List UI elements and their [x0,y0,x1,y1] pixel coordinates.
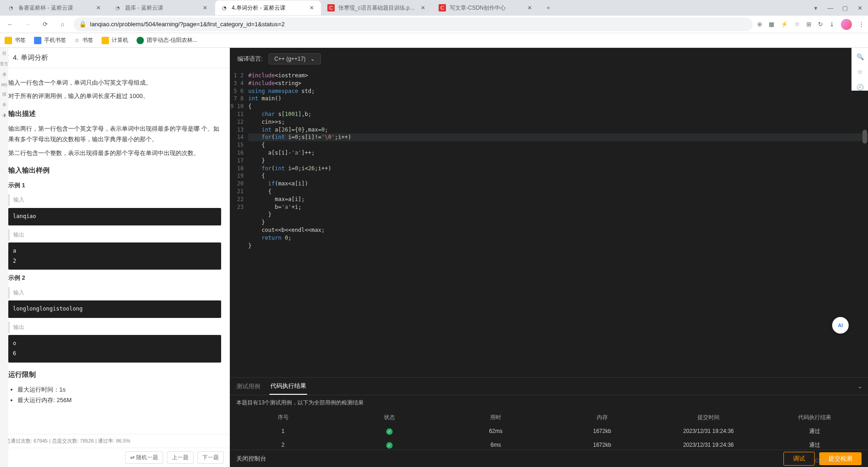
tab-test-cases[interactable]: 测试用例 [235,379,261,394]
output-label: 输出 [8,322,221,334]
random-problem-button[interactable]: ⇌ 随机一题 [125,451,163,464]
sample-output-2: o 6 [8,335,221,362]
problem-header: ⟨ 4. 单词分析 [0,48,229,68]
ai-assist-button[interactable]: AI [832,317,849,334]
sample-input-2: longlonglongistoolong [8,300,221,318]
browser-side-panel: 🔍 ☆ 🕘 [851,48,868,91]
back-button[interactable]: ← [4,18,17,31]
url-input[interactable]: 🔒 lanqiao.cn/problems/504/learning/?page… [74,17,753,31]
prev-problem-button[interactable]: 上一题 [167,451,194,464]
tab-1[interactable]: ◔题库 - 蓝桥云课✕ [108,0,214,15]
watermark: CSDN @张... [815,457,845,464]
close-console-button[interactable]: 关闭控制台 [236,455,266,463]
col-result: 代码执行结果 [762,414,868,421]
bolt-icon[interactable]: ⚡ [781,21,788,28]
lock-icon: 🔒 [79,21,86,28]
lang-label: 编译语言: [237,55,263,63]
check-icon: ✓ [386,442,393,449]
bookmark-item[interactable]: 团学动态-信阳农林... [137,36,197,44]
search-page-icon[interactable]: ⊕ [757,21,762,28]
problem-panel: ⟨ 4. 单词分析 输入一行包含一个单词，单词只由小写英文字母组成。 对于所有的… [0,48,230,467]
close-icon[interactable]: ✕ [419,4,427,12]
star-icon[interactable]: ☆ [857,69,863,75]
result-row: 2✓6ms1672kb2023/12/31 19:24:36通过 [230,438,868,450]
new-tab-button[interactable]: ＋ [542,1,554,14]
tab-title: 写文章-CSDN创作中心 [450,4,522,12]
folder-icon [34,37,41,44]
tab-title: 张謇瑄_c语言基础题目训练.pytho [338,4,416,12]
clock-icon[interactable]: 🕘 [857,84,864,91]
csdn-icon: C [439,4,446,12]
qr-icon[interactable]: ▦ [769,21,774,28]
input-desc-1: 输入一行包含一个单词，单词只由小写英文字母组成。 [8,77,221,88]
search-icon[interactable]: 🔍 [857,53,864,60]
tab-title: 备赛蓝桥杯 - 蓝桥云课 [18,4,91,12]
tab-exec-results[interactable]: 代码执行结果 [269,378,307,395]
chevron-down-icon: ⌄ [310,56,315,62]
site-icon [137,37,144,44]
history-icon[interactable]: ↻ [818,21,823,28]
folder-icon [102,37,109,44]
reload-button[interactable]: ⟳ [39,18,51,31]
profile-avatar[interactable] [841,19,852,30]
output-label: 输出 [8,229,221,241]
tab-2[interactable]: ◔4.单词分析 - 蓝桥云课✕ [215,0,321,15]
collapse-icon[interactable]: ⌄ [857,383,862,390]
close-icon[interactable]: ✕ [308,4,315,12]
code-panel: 编译语言: C++ (g++17) ⌄ ⚙ 1 2 3 4 5 6 7 8 9 … [230,48,868,467]
lang-value: C++ (g++17) [274,56,306,62]
results-panel: 测试用例 代码执行结果 ⌄ 本题目有13个测试用例，以下为全部用例的检测结果 序… [230,377,868,467]
tab-title: 4.单词分析 - 蓝桥云课 [232,4,304,12]
results-info: 本题目有13个测试用例，以下为全部用例的检测结果 [230,395,868,410]
home-button[interactable]: ⌂ [56,18,69,31]
code-content[interactable]: #include<iostream> #include<string> usin… [248,70,868,377]
maximize-icon[interactable]: ▢ [840,3,850,12]
menu-icon[interactable]: ⋮ [858,21,864,28]
url-text: lanqiao.cn/problems/504/learning/?page=1… [90,21,285,28]
line-gutter: 1 2 3 4 5 6 7 8 9 10 11 12 13 14 15 16 1… [230,70,248,377]
bookmark-item[interactable]: 书签 [5,36,26,44]
window-close-icon[interactable]: ✕ [855,3,864,12]
page-side-rail: 目官方录96)回手◑ [0,48,8,467]
tab-4[interactable]: C写文章-CSDN创作中心✕ [433,0,539,15]
input-label: 输入 [8,287,221,299]
col-ts: 提交时间 [655,414,761,421]
debug-button[interactable]: 调试 [783,452,815,466]
download-icon[interactable]: ⤓ [829,21,834,28]
close-icon[interactable]: ✕ [201,4,209,12]
input-desc-2: 对于所有的评测用例，输入的单词长度不超过 1000。 [8,91,221,101]
star-icon: ☆ [74,37,80,44]
example-1-label: 示例 1 [8,182,25,189]
next-problem-button[interactable]: 下一题 [197,451,224,464]
minimize-icon[interactable]: — [826,3,835,12]
bookmark-item[interactable]: 计算机 [102,36,128,44]
browser-tab-strip: ◔备赛蓝桥杯 - 蓝桥云课✕ ◔题库 - 蓝桥云课✕ ◔4.单词分析 - 蓝桥云… [0,0,868,16]
problem-stats: 总通过次数: 67945 | 总提交次数: 78526 | 通过率: 86.5% [0,434,229,448]
favicon-icon: ◔ [221,4,228,12]
extension-icon[interactable]: ⊞ [806,21,811,28]
bookmark-item[interactable]: 手机书签 [34,36,66,44]
close-icon[interactable]: ✕ [95,4,102,12]
col-status: 状态 [336,414,442,421]
limits-heading: 运行限制 [8,368,221,381]
tab-3[interactable]: C张謇瑄_c语言基础题目训练.pytho✕ [322,0,432,15]
bookmark-star-icon[interactable]: ☆ [794,21,800,28]
tab-title: 题库 - 蓝桥云课 [125,4,198,12]
tab-list-icon[interactable]: ▾ [811,3,820,12]
scrollbar-thumb[interactable] [862,130,867,144]
csdn-icon: C [327,4,335,12]
code-editor[interactable]: 1 2 3 4 5 6 7 8 9 10 11 12 13 14 15 16 1… [230,70,868,377]
col-time: 用时 [443,414,549,421]
output-desc-1: 输出两行，第一行包含一个英文字母，表示单词中出现得最多的字母是哪 个。如果有多个… [8,123,221,145]
problem-title: 4. 单词分析 [13,53,48,62]
close-icon[interactable]: ✕ [526,4,533,12]
favicon-icon: ◔ [7,4,15,12]
language-select[interactable]: C++ (g++17) ⌄ [268,53,321,64]
sample-output-1: a 2 [8,242,221,270]
favicon-icon: ◔ [114,4,121,12]
forward-button[interactable]: → [21,18,34,31]
tab-0[interactable]: ◔备赛蓝桥杯 - 蓝桥云课✕ [2,0,108,15]
bookmark-bar: 书签 手机书签 ☆书签 计算机 团学动态-信阳农林... [0,33,868,48]
bookmark-item[interactable]: ☆书签 [74,36,93,44]
input-label: 输入 [8,194,221,206]
